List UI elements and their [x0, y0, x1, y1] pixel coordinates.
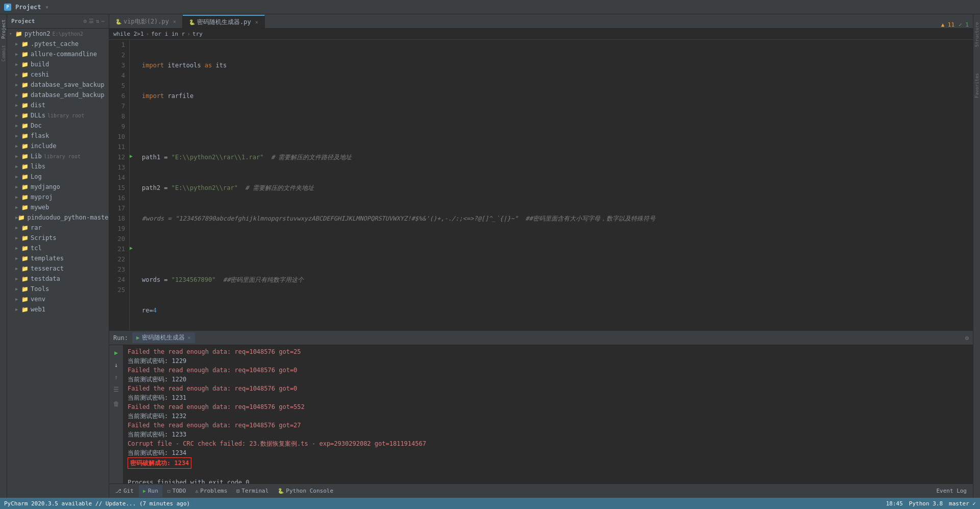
run-pause-button[interactable]: ☰ [111, 384, 122, 395]
tree-item-log[interactable]: ▶📁Log [7, 172, 109, 182]
structure-tab[interactable]: Structure [973, 14, 981, 55]
python-console-icon: 🐍 [278, 488, 284, 494]
problems-icon: ⚠ [195, 488, 198, 494]
status-bar: PyCharm 2020.3.5 available // Update... … [0, 498, 980, 509]
tree-item-include[interactable]: ▶📁include [7, 141, 109, 151]
event-log-tab[interactable]: Event Log [932, 485, 971, 497]
tree-item-dist[interactable]: ▶📁dist [7, 100, 109, 110]
tree-item-ceshi[interactable]: ▶📁ceshi [7, 69, 109, 80]
tab-python-console[interactable]: 🐍 Python Console [274, 485, 337, 497]
tab-terminal[interactable]: ⊡ Terminal [232, 485, 273, 497]
tab-mima-close[interactable]: × [255, 19, 258, 25]
breadcrumb: while 2>1 › for i in r › try [109, 29, 973, 40]
app-container: P Project ▾ Project Commit Project ⚙ ☰ ⇅… [0, 0, 980, 509]
problems-label: Problems [200, 488, 227, 494]
tab-vip-close[interactable]: × [173, 19, 176, 25]
file-tree: Project ⚙ ☰ ⇅ ⋯ ▾📁python2E:\python2 ▶📁.p… [7, 14, 109, 498]
output-line: 当前测试密码: 1220 [128, 375, 969, 384]
file-tree-header: Project ⚙ ☰ ⇅ ⋯ [7, 14, 109, 29]
todo-icon: ☐ [167, 488, 170, 494]
tree-item-allure[interactable]: ▶📁allure-commandline [7, 49, 109, 59]
git-label: Git [124, 488, 134, 494]
project-view-tab[interactable]: Project [0, 16, 7, 42]
tree-item-build[interactable]: ▶📁build [7, 59, 109, 69]
tree-item-venv[interactable]: ▶📁venv [7, 294, 109, 304]
run-bottom-icon: ▶ [143, 488, 146, 494]
tree-item-tcl[interactable]: ▶📁tcl [7, 243, 109, 253]
tree-item-scripts[interactable]: ▶📁Scripts [7, 233, 109, 243]
status-left: PyCharm 2020.3.5 available // Update... … [4, 500, 190, 507]
run-clear-button[interactable]: 🗑 [111, 398, 122, 409]
tree-more-icon[interactable]: ⋯ [101, 18, 105, 25]
run-rerun-button[interactable]: ↑ [111, 372, 122, 383]
tree-item-python2[interactable]: ▾📁python2E:\python2 [7, 29, 109, 39]
run-label: Run: [113, 334, 128, 342]
tree-item-doc[interactable]: ▶📁Doc [7, 120, 109, 131]
output-line: 当前测试密码: 1231 [128, 393, 969, 402]
breadcrumb-part2: for i in r [151, 31, 185, 37]
left-sidebar-icons: Project Commit [0, 14, 7, 498]
tree-sort-icon[interactable]: ⇅ [96, 18, 100, 25]
output-line: Failed the read enough data: req=1048576… [128, 421, 969, 430]
title-project-label: Project [15, 4, 41, 11]
tree-item-tools[interactable]: ▶📁Tools [7, 284, 109, 294]
tree-item-web1[interactable]: ▶📁web1 [7, 304, 109, 314]
code-editor[interactable]: 12345 678910 1112131415 1617181920 21222… [109, 40, 973, 330]
tab-vip-label: vip电影(2).py [124, 17, 169, 26]
tree-item-tesseract[interactable]: ▶📁tesseract [7, 263, 109, 274]
tab-run[interactable]: ▶ Run [139, 485, 162, 497]
output-line: 当前测试密码: 1232 [128, 411, 969, 421]
tab-mima-icon: 🐍 [189, 19, 195, 25]
tree-item-mydjango[interactable]: ▶📁mydjango [7, 182, 109, 192]
tree-item-templates[interactable]: ▶📁templates [7, 253, 109, 263]
tree-item-dlls[interactable]: ▶📁DLLslibrary root [7, 110, 109, 120]
run-panel-title-tab[interactable]: ▶ 密码随机生成器 × [132, 332, 195, 343]
code-content[interactable]: import itertools as its import rarfile p… [138, 40, 973, 330]
tree-item-testdata[interactable]: ▶📁testdata [7, 274, 109, 284]
tree-item-libs[interactable]: ▶📁libs [7, 161, 109, 172]
output-line: Failed the read enough data: req=1048576… [128, 347, 969, 356]
breadcrumb-part1: while 2>1 [113, 31, 144, 37]
tree-item-myweb[interactable]: ▶📁myweb [7, 202, 109, 212]
run-stop-button[interactable]: ↓ [111, 359, 122, 371]
run-tab-close[interactable]: × [188, 335, 191, 341]
commit-tab[interactable]: Commit [0, 42, 7, 65]
title-bar: P Project ▾ [0, 0, 980, 14]
output-line: Failed the read enough data: req=1048576… [128, 366, 969, 375]
tree-item-flask[interactable]: ▶📁flask [7, 131, 109, 141]
tree-item-lib[interactable]: ▶📁Liblibrary root [7, 151, 109, 161]
output-line: Failed the read enough data: req=1048576… [128, 384, 969, 393]
tree-item-myproj[interactable]: ▶📁myproj [7, 192, 109, 202]
run-panel: Run: ▶ 密码随机生成器 × ⚙ ▶ ↓ ↑ ☰ [109, 330, 973, 483]
tree-item-db-save[interactable]: ▶📁database_save_backup [7, 80, 109, 90]
git-icon: ⎇ [115, 488, 121, 494]
success-output-line: 密码破解成功: 1234 [128, 457, 969, 469]
status-python: Python 3.8 [909, 500, 943, 507]
tree-item-db-send[interactable]: ▶📁database_send_backup [7, 90, 109, 100]
tree-collapse-icon[interactable]: ☰ [89, 18, 94, 25]
event-log-label: Event Log [936, 488, 967, 494]
output-line: Corrupt file - CRC check failed: 23.数据恢复… [128, 439, 969, 448]
run-play-button[interactable]: ▶ [111, 347, 122, 358]
favorites-tab[interactable]: Favorites [973, 65, 981, 106]
run-panel-header: Run: ▶ 密码随机生成器 × ⚙ [109, 331, 973, 345]
process-exit-line: Process finished with exit code 0 [128, 478, 969, 483]
tab-mima[interactable]: 🐍 密码随机生成器.py × [183, 15, 265, 28]
tab-vip-icon: 🐍 [115, 19, 121, 25]
title-arrow-icon: ▾ [45, 4, 49, 11]
status-git-branch: master ✓ [949, 500, 976, 507]
tab-git[interactable]: ⎇ Git [111, 485, 138, 497]
right-side-tabs: Structure Favorites [973, 14, 980, 498]
output-line: Failed the read enough data: req=1048576… [128, 402, 969, 411]
tree-item-pytest-cache[interactable]: ▶📁.pytest_cache [7, 39, 109, 49]
run-settings-icon[interactable]: ⚙ [965, 334, 969, 342]
tree-item-pinduoduo[interactable]: ▶📁pinduoduo_python-master [7, 212, 109, 223]
tree-item-rar[interactable]: ▶📁rar [7, 223, 109, 233]
tab-problems[interactable]: ⚠ Problems [191, 485, 231, 497]
run-output[interactable]: Failed the read enough data: req=1048576… [124, 345, 973, 483]
tab-todo[interactable]: ☐ TODO [163, 485, 190, 497]
tree-settings-icon[interactable]: ⚙ [83, 18, 87, 25]
status-right: 18:45 Python 3.8 master ✓ [886, 500, 976, 507]
todo-label: TODO [173, 488, 186, 494]
tab-vip[interactable]: 🐍 vip电影(2).py × [109, 15, 183, 28]
